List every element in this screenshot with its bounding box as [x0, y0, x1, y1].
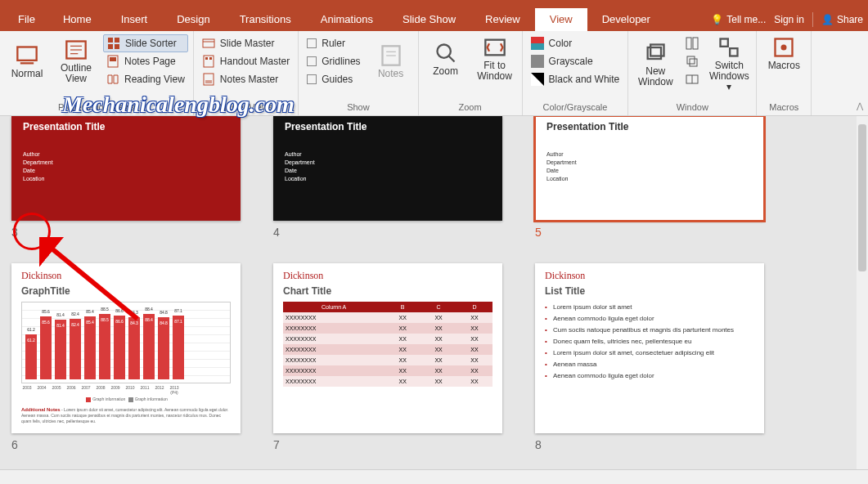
switch-windows-button[interactable]: Switch Windows ▾: [707, 34, 751, 94]
reading-view-button[interactable]: Reading View: [103, 70, 188, 88]
move-split-button[interactable]: [682, 70, 702, 88]
svg-rect-31: [686, 38, 691, 49]
new-window-button[interactable]: New Window: [633, 34, 677, 94]
svg-point-23: [437, 44, 450, 57]
gridlines-checkbox[interactable]: Gridlines: [304, 52, 363, 70]
sign-in[interactable]: Sign in: [774, 14, 804, 25]
slide-brand: Dickinson: [21, 270, 231, 282]
group-macros: Macros Macros: [757, 31, 812, 115]
normal-icon: [16, 44, 38, 67]
slide-title: List Title: [545, 285, 754, 297]
slide-title: Chart Title: [283, 285, 492, 297]
tell-me[interactable]: 💡 Tell me...: [711, 14, 766, 25]
slide-sorter-button[interactable]: Slide Sorter: [103, 34, 188, 52]
tab-file[interactable]: File: [5, 8, 48, 31]
cascade-icon: [686, 55, 699, 68]
group-title-macros: Macros: [762, 101, 806, 114]
ribbon: Normal Outline View Slide Sorter Notes P…: [0, 31, 868, 116]
slide-thumb-6[interactable]: Dickinson GraphTitle 61.261.285.685.681.…: [11, 263, 241, 433]
notes-master-button[interactable]: Notes Master: [199, 70, 293, 88]
tab-animations[interactable]: Animations: [306, 8, 388, 31]
ribbon-tabs: File Home Insert Design Transitions Anim…: [0, 8, 868, 31]
macros-button[interactable]: Macros: [762, 34, 806, 73]
slide-thumb-3[interactable]: Presentation Title AuthorDepartmentDateL…: [11, 116, 241, 221]
tab-view[interactable]: View: [535, 8, 587, 31]
tab-home[interactable]: Home: [48, 8, 106, 31]
slide-thumb-5[interactable]: Presentation Title AuthorDepartmentDateL…: [535, 116, 764, 221]
svg-point-40: [781, 45, 787, 51]
svg-rect-34: [690, 59, 697, 66]
share-button[interactable]: 👤 Share: [821, 14, 863, 25]
slide-thumb-7[interactable]: Dickinson Chart Title Column ABCDXXXXXXX…: [273, 263, 502, 433]
svg-line-24: [448, 56, 454, 61]
checkbox-icon: [307, 38, 317, 48]
slide-master-icon: [202, 37, 215, 50]
color-button[interactable]: Color: [528, 34, 623, 52]
svg-rect-33: [687, 56, 695, 64]
group-title-presentation-views: Presentation Views: [5, 101, 188, 114]
guides-checkbox[interactable]: Guides: [304, 70, 363, 88]
group-title-master-views: Master Views: [199, 101, 293, 114]
scrollbar-thumb[interactable]: [858, 124, 866, 271]
group-presentation-views: Normal Outline View Slide Sorter Notes P…: [0, 31, 194, 115]
svg-rect-37: [721, 39, 728, 47]
slide-master-button[interactable]: Slide Master: [199, 34, 293, 52]
list-item: Lorem ipsum dolor sit amet, consectetuer…: [545, 347, 754, 359]
split-icon: [686, 73, 699, 86]
svg-rect-7: [115, 38, 119, 43]
arrange-icon: [686, 37, 699, 50]
slide-meta: AuthorDepartmentDateLocation: [23, 150, 229, 183]
cascade-button[interactable]: [682, 52, 702, 70]
normal-button[interactable]: Normal: [5, 34, 49, 88]
tab-review[interactable]: Review: [470, 8, 535, 31]
status-bar: [0, 469, 868, 484]
slide-number: 8: [535, 438, 764, 451]
color-icon: [531, 37, 544, 50]
tab-transitions[interactable]: Transitions: [225, 8, 306, 31]
slide-title: GraphTitle: [21, 285, 231, 297]
tell-me-label: Tell me...: [726, 14, 766, 25]
slide-brand: Dickinson: [283, 270, 492, 282]
tab-insert[interactable]: Insert: [106, 8, 163, 31]
svg-rect-12: [203, 39, 214, 47]
slide-title: Presentation Title: [285, 121, 491, 132]
group-zoom: Zoom Fit to Window Zoom: [419, 31, 523, 115]
svg-rect-32: [693, 38, 698, 49]
grayscale-button[interactable]: Grayscale: [528, 52, 623, 70]
slide-brand: Dickinson: [545, 270, 754, 282]
slide-title: Presentation Title: [23, 121, 229, 132]
notes-page-button[interactable]: Notes Page: [103, 52, 188, 70]
handout-master-button[interactable]: Handout Master: [199, 52, 293, 70]
list-item: Lorem ipsum dolor sit amet: [545, 302, 754, 313]
vertical-scrollbar[interactable]: [857, 116, 868, 469]
arrange-all-button[interactable]: [682, 34, 702, 52]
tab-design[interactable]: Design: [162, 8, 224, 31]
checkbox-icon: [307, 74, 317, 84]
svg-rect-14: [204, 56, 214, 67]
slide-number: 3: [11, 226, 241, 239]
zoom-icon: [434, 42, 457, 65]
switch-windows-icon: [717, 36, 740, 59]
share-label: Share: [837, 14, 863, 25]
black-white-button[interactable]: Black and White: [528, 70, 623, 88]
tab-developer[interactable]: Developer: [587, 8, 665, 31]
notes-icon: [380, 44, 403, 67]
svg-rect-27: [531, 43, 544, 50]
outline-view-button[interactable]: Outline View: [54, 34, 98, 88]
collapse-ribbon-icon[interactable]: ⋀: [857, 101, 863, 110]
svg-rect-6: [108, 38, 113, 43]
ruler-checkbox[interactable]: Ruler: [304, 34, 363, 52]
group-title-colorgrayscale: Color/Grayscale: [528, 101, 623, 114]
tab-slideshow[interactable]: Slide Show: [388, 8, 470, 31]
reading-view-icon: [106, 73, 119, 86]
slide-sorter-pane: Presentation Title AuthorDepartmentDateL…: [0, 116, 857, 469]
chevron-down-icon: ▾: [726, 81, 731, 92]
fit-to-window-button[interactable]: Fit to Window: [473, 34, 517, 83]
group-master-views: Slide Master Handout Master Notes Master…: [194, 31, 299, 115]
slide-meta: AuthorDepartmentDateLocation: [285, 150, 491, 183]
slide-thumb-4[interactable]: Presentation Title AuthorDepartmentDateL…: [273, 116, 502, 221]
slide-thumb-8[interactable]: Dickinson List Title Lorem ipsum dolor s…: [535, 263, 764, 433]
zoom-button[interactable]: Zoom: [424, 34, 468, 83]
svg-rect-9: [115, 44, 119, 49]
notes-button: Notes: [369, 34, 413, 88]
